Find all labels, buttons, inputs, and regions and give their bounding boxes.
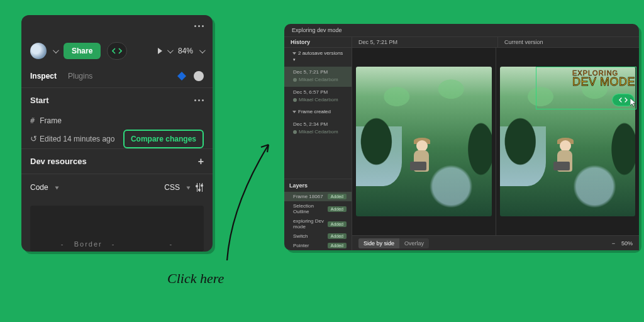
play-chevron-icon[interactable] xyxy=(167,47,172,55)
tab-inspect[interactable]: Inspect xyxy=(30,72,57,80)
add-resource-button[interactable] xyxy=(198,156,204,167)
annotation-text: Click here xyxy=(167,270,224,287)
annotation-arrow xyxy=(223,142,271,262)
pointer-icon xyxy=(630,98,636,107)
layer-row[interactable]: SwitchAdded xyxy=(284,231,352,241)
history-entry[interactable]: Dec 5, 2:34 PM Mikael Cedarbom xyxy=(284,119,352,139)
code-heading[interactable]: Code xyxy=(30,183,48,192)
preview-area: EXPLORING DEV MODE Side by side Overlay xyxy=(352,48,639,250)
layer-row[interactable]: Frame 18067Added xyxy=(284,192,352,201)
code-icon xyxy=(112,48,122,54)
frame-label: Frame xyxy=(40,116,62,125)
frame-icon xyxy=(30,116,35,125)
version-history-window: Exploring dev mode History Dec 5, 7:21 P… xyxy=(284,24,639,250)
zoom-chevron-icon[interactable] xyxy=(199,47,204,55)
code-settings-icon[interactable] xyxy=(195,183,204,192)
code-chevron-icon[interactable] xyxy=(53,183,58,192)
edited-timestamp: Edited 14 minutes ago xyxy=(30,134,114,143)
layer-row[interactable]: Selection OutlineAdded xyxy=(284,201,352,216)
column-timestamp: Dec 5, 7:21 PM xyxy=(352,37,498,47)
code-preview-box: - Border - - xyxy=(30,206,204,252)
layer-row[interactable]: PointerAdded xyxy=(284,241,352,250)
dev-mode-toggle[interactable] xyxy=(107,42,127,60)
view-overlay[interactable]: Overlay xyxy=(399,238,429,248)
avatar-chevron-icon[interactable] xyxy=(53,47,57,55)
column-current: Current version xyxy=(498,37,639,47)
avatar[interactable] xyxy=(30,43,47,59)
window-title: Exploring dev mode xyxy=(284,24,639,36)
view-mode-toggle[interactable]: Side by side Overlay xyxy=(358,238,429,248)
layers-heading: Layers xyxy=(284,179,352,192)
compare-changes-button[interactable]: Compare changes xyxy=(123,130,204,148)
dev-resources-heading: Dev resources xyxy=(30,157,87,166)
column-history: History xyxy=(284,37,352,47)
inspect-panel: Share 84% Inspect Plugins Start Frame Ed… xyxy=(21,15,213,252)
layer-row[interactable]: exploring Dev modeAdded xyxy=(284,216,352,231)
github-icon[interactable] xyxy=(194,71,204,81)
history-entry[interactable]: Dec 5, 7:21 PM Mikael Cedarbom xyxy=(284,67,352,87)
preview-current[interactable]: EXPLORING DEV MODE xyxy=(496,48,640,235)
view-side-by-side[interactable]: Side by side xyxy=(358,238,399,248)
jira-icon[interactable] xyxy=(177,72,186,80)
lang-chevron-icon[interactable] xyxy=(185,183,190,192)
code-lang[interactable]: CSS xyxy=(164,183,180,192)
zoom-value[interactable]: 50% xyxy=(621,240,633,247)
play-icon[interactable] xyxy=(158,48,162,54)
zoom-out-button[interactable]: − xyxy=(612,240,615,247)
tab-plugins[interactable]: Plugins xyxy=(68,72,92,80)
preview-old[interactable] xyxy=(352,48,496,235)
toolbar: Share 84% xyxy=(21,37,213,64)
panel-tabs: Inspect Plugins xyxy=(21,65,213,88)
history-icon xyxy=(30,135,40,143)
compare-status-bar: Side by side Overlay − 50% xyxy=(352,235,639,250)
autosave-group[interactable]: 2 autosave versions ▾ xyxy=(284,48,352,67)
start-heading: Start xyxy=(30,96,49,105)
frame-created-group[interactable]: Frame created xyxy=(284,106,352,118)
history-entry[interactable]: Dec 5, 6:57 PM Mikael Cedarbom xyxy=(284,87,352,107)
share-button[interactable]: Share xyxy=(64,43,101,59)
zoom-value[interactable]: 84% xyxy=(178,47,193,55)
history-sidebar: 2 autosave versions ▾ Dec 5, 7:21 PM Mik… xyxy=(284,48,352,250)
